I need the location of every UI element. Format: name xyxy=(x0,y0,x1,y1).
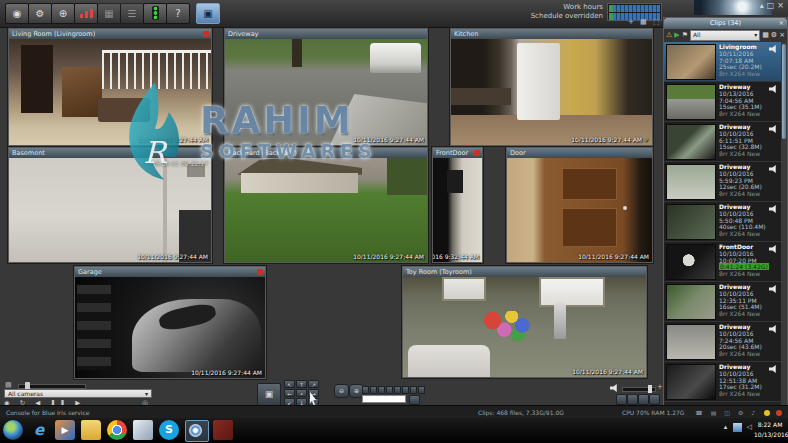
alerts-icon[interactable]: ⚠ xyxy=(666,30,672,41)
close-button[interactable]: × xyxy=(776,1,786,10)
preset-button[interactable] xyxy=(362,386,369,394)
close-icon[interactable]: × xyxy=(779,30,785,41)
preset-button[interactable] xyxy=(410,386,417,394)
clip-list-item[interactable]: Driveway 10/10/2016 5:59:23 PM 12sec (20… xyxy=(664,162,781,202)
clips-close-icon[interactable]: × xyxy=(779,18,784,29)
tray-expand-icon[interactable]: ▴ xyxy=(724,423,730,431)
clip-list-item[interactable]: Driveway 10/10/2016 6:11:51 PM 15sec (32… xyxy=(664,122,781,162)
volume-slider[interactable] xyxy=(622,387,656,392)
speaker-icon[interactable] xyxy=(769,85,778,93)
clip-list-item[interactable]: Livingroom 10/11/2016 7:07:18 AM 25sec (… xyxy=(664,42,781,82)
ptz-up-right-button[interactable]: ↗ xyxy=(308,380,319,388)
speaker-icon[interactable] xyxy=(769,45,778,53)
scene-shape-shelves xyxy=(77,285,111,370)
clip-list-item[interactable]: Driveway 10/10/2016 12:51:38 AM 17sec (3… xyxy=(664,362,781,402)
camera-tile-door[interactable]: Door 10/11/2016 9:27:44 AM xyxy=(506,147,653,263)
record-icon xyxy=(203,31,209,37)
clip-list-item[interactable]: Driveway 10/13/2016 7:04:56 AM 15sec (35… xyxy=(664,82,781,122)
camera-select-dropdown[interactable]: All cameras ▾ xyxy=(4,389,152,398)
speaker-icon[interactable] xyxy=(769,165,778,173)
camera-title: FrontDoor xyxy=(436,149,468,157)
skype-icon[interactable]: S xyxy=(159,420,179,440)
minimize-button[interactable]: ▴ xyxy=(759,1,766,10)
internet-explorer-icon[interactable]: e xyxy=(29,420,49,440)
audio-button[interactable] xyxy=(627,394,638,405)
preset-button[interactable] xyxy=(386,386,393,394)
windows-taskbar: e ▶ S ▴ ◁ 8:22 AM 10/13/2016 xyxy=(0,418,788,443)
camera-tile-livingroom[interactable]: Living Room (Livingroom) 10/11/2016 9:27… xyxy=(8,28,212,146)
speaker-icon[interactable] xyxy=(769,245,778,253)
ptz-up-left-button[interactable]: ↖ xyxy=(284,380,295,388)
help-icon[interactable]: ? xyxy=(166,3,190,24)
grid-layout-tools[interactable]: + ▦ ⬚ xyxy=(628,18,662,26)
app-icon[interactable] xyxy=(133,420,153,440)
play-icon[interactable]: ▶ xyxy=(674,30,679,41)
ptz-right-button[interactable]: → xyxy=(308,389,319,397)
audio-button[interactable] xyxy=(649,394,660,405)
clip-thumbnail xyxy=(666,84,716,120)
preset-button[interactable] xyxy=(418,386,425,394)
camera-tile-kitchen[interactable]: Kitchen 10/11/2016 9:27:44 AM ✓ xyxy=(450,28,653,146)
ptz-main-button[interactable]: ▣ xyxy=(257,383,281,406)
clip-list-scrollbar[interactable] xyxy=(781,42,787,406)
camera-tile-basement[interactable]: Basement 2016-06-11 09:22:17 10/11/2016 … xyxy=(8,147,212,263)
clip-list-item[interactable]: Driveway 10/10/2016 7:24:56 AM 20sec (43… xyxy=(664,322,781,362)
start-button[interactable] xyxy=(3,420,23,440)
blue-iris-taskbar-icon[interactable] xyxy=(185,420,209,442)
volume-thumb[interactable] xyxy=(648,385,652,393)
camera-timestamp: 10/11/2016 9:27:44 AM xyxy=(353,253,424,260)
clips-filter-dropdown[interactable]: All ▾ xyxy=(690,30,760,41)
app-icon-red[interactable] xyxy=(213,420,233,440)
media-player-icon[interactable]: ▶ xyxy=(55,420,75,440)
settings-gear-icon[interactable]: ⚙ xyxy=(28,3,52,24)
tray-speaker-icon[interactable]: ◁ xyxy=(747,423,754,431)
scene-shape-blanket xyxy=(408,345,491,377)
scrollbar-thumb[interactable] xyxy=(782,44,786,139)
ptz-left-button[interactable]: ← xyxy=(284,389,295,397)
camera-tile-toyroom[interactable]: Toy Room (Toyroom) 10/11/2016 9:27:44 AM xyxy=(402,266,647,378)
status-graph-icon[interactable] xyxy=(74,3,98,24)
camera-tile-frontdoor[interactable]: FrontDoor 10/11/2016 9:32:44 AM xyxy=(432,147,483,263)
ptz-home-button[interactable]: • xyxy=(296,389,307,397)
file-explorer-icon[interactable] xyxy=(81,420,101,440)
ptz-preset-input[interactable] xyxy=(362,395,406,403)
ptz-up-button[interactable]: ↑ xyxy=(296,380,307,388)
clip-list-item[interactable]: Driveway 10/10/2016 12:35:11 PM 16sec (5… xyxy=(664,282,781,322)
audio-button[interactable] xyxy=(638,394,649,405)
audio-button[interactable] xyxy=(616,394,627,405)
speaker-icon[interactable] xyxy=(769,285,778,293)
speaker-icon[interactable] xyxy=(769,205,778,213)
camera-tile-driveway[interactable]: Driveway 10/11/2016 9:27:44 AM xyxy=(224,28,428,146)
preset-button[interactable] xyxy=(402,386,409,394)
speaker-icon[interactable] xyxy=(769,365,778,373)
flag-icon[interactable]: ⚑ xyxy=(682,30,688,41)
scene-shape-fridge xyxy=(517,43,559,119)
camera-tile-backyard[interactable]: Back Yard (Backyard) 10/11/2016 9:27:44 … xyxy=(224,147,428,263)
preset-button[interactable] xyxy=(370,386,377,394)
taskbar-clock[interactable]: 8:22 AM 10/13/2016 xyxy=(754,420,786,440)
cameras-icon[interactable]: ◉ xyxy=(5,3,29,24)
volume-plus-icon[interactable]: + xyxy=(657,383,663,391)
log-list-icon[interactable]: ☰ xyxy=(120,3,144,24)
zoom-out-button[interactable]: ⊖ xyxy=(334,384,349,398)
speaker-icon[interactable] xyxy=(769,125,778,133)
camera-tile-garage[interactable]: Garage 10/11/2016 9:27:44 AM xyxy=(74,266,266,379)
snapshot-image-icon[interactable]: ▦ xyxy=(97,3,121,24)
clip-list-item[interactable]: FrontDoor 10/10/2016 10:07:20 PM 0:41:24… xyxy=(664,242,781,282)
gear-icon[interactable]: ⚙ xyxy=(771,30,777,41)
preset-button[interactable] xyxy=(394,386,401,394)
work-hours-label: Work hours xyxy=(463,3,603,12)
web-server-globe-icon[interactable]: ⊕ xyxy=(51,3,75,24)
preset-button[interactable] xyxy=(378,386,385,394)
chrome-icon[interactable] xyxy=(107,420,127,440)
speaker-icon[interactable] xyxy=(769,325,778,333)
clip-list-item[interactable]: Driveway 10/10/2016 5:50:48 PM 40sec (11… xyxy=(664,202,781,242)
view-toggle-button[interactable]: ▣ xyxy=(196,3,220,24)
calendar-icon[interactable]: ▦ xyxy=(762,30,769,41)
tray-app-icon[interactable] xyxy=(733,423,742,432)
red-status-dot xyxy=(776,410,782,416)
ptz-go-button[interactable] xyxy=(409,395,420,405)
traffic-signal-icon[interactable] xyxy=(143,3,167,24)
clip-codec-note: 8rr X264 New xyxy=(719,271,769,278)
restore-button[interactable]: □ xyxy=(766,1,777,10)
